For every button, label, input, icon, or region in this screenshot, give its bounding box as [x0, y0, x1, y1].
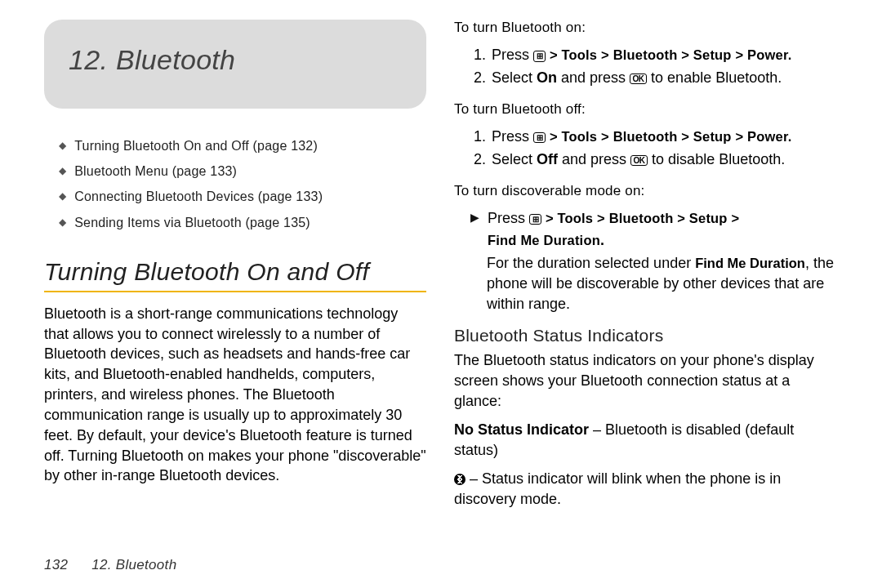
menu-key-icon: ⊞ [533, 132, 546, 144]
toc-list: ◆ Turning Bluetooth On and Off (page 132… [59, 133, 426, 235]
intro-paragraph: Bluetooth is a short-range communication… [44, 304, 426, 486]
running-head: 12. Bluetooth [91, 557, 176, 572]
step-text: to disable Bluetooth. [648, 151, 785, 167]
menu-path: Tools > Bluetooth > Setup > Power. [558, 47, 792, 62]
menu-path: Tools > Bluetooth > Setup > Power. [558, 129, 792, 144]
toc-item-label: Sending Items via Bluetooth (page 135) [74, 210, 310, 235]
toc-item: ◆ Turning Bluetooth On and Off (page 132… [59, 133, 426, 158]
chapter-heading-box: 12. Bluetooth [44, 20, 426, 109]
sub-heading: Bluetooth Status Indicators [454, 326, 836, 345]
sub-intro: The Bluetooth status indicators on your … [454, 350, 836, 411]
arrow-step-content: Press ⊞ > Tools > Bluetooth > Setup > Fi… [488, 207, 739, 252]
menu-key-icon: ⊞ [533, 51, 546, 62]
step-text: and press [557, 69, 630, 86]
lead-text: To turn discoverable mode on: [454, 183, 836, 199]
chapter-title: 12. Bluetooth [69, 44, 235, 75]
step-text: Press [488, 210, 529, 226]
section-heading: Turning Bluetooth On and Off [44, 258, 426, 286]
toc-item: ◆ Connecting Bluetooth Devices (page 133… [59, 184, 426, 209]
option-on: On [537, 69, 557, 86]
lead-text: To turn Bluetooth on: [454, 20, 836, 36]
discoverable-note: For the duration selected under Find Me … [487, 253, 836, 315]
status-text: – Status indicator will blink when the p… [454, 470, 781, 507]
menu-path: Find Me Duration [488, 233, 600, 247]
steps-turn-on: Press ⊞ > Tools > Bluetooth > Setup > Po… [454, 44, 836, 90]
step-item: Select On and press OK to enable Bluetoo… [490, 67, 836, 90]
step-text: Select [492, 69, 537, 86]
status-label: No Status Indicator [454, 421, 589, 438]
menu-path: Tools > Bluetooth > Setup > [554, 211, 740, 225]
period: . [600, 232, 604, 248]
step-text: Select [492, 151, 537, 167]
path-separator: > [550, 47, 558, 62]
bullet-diamond-icon: ◆ [59, 133, 66, 158]
chapter-name: Bluetooth [116, 44, 235, 75]
bullet-diamond-icon: ◆ [59, 184, 66, 208]
triangle-bullet-icon: ▶ [470, 207, 479, 252]
heading-rule [44, 291, 426, 292]
step-text: Press [492, 47, 533, 63]
page-number: 132 [44, 557, 68, 572]
step-text: and press [558, 151, 630, 167]
option-off: Off [537, 151, 558, 167]
page-footer: 132 12. Bluetooth [44, 552, 849, 588]
toc-item: ◆ Bluetooth Menu (page 133) [59, 158, 426, 184]
ok-key-icon: OK [630, 74, 647, 85]
note-text: For the duration selected under [487, 255, 695, 271]
bullet-diamond-icon: ◆ [59, 158, 66, 183]
path-separator: > [550, 129, 558, 144]
step-text: to enable Bluetooth. [647, 69, 782, 86]
chapter-number: 12. [69, 44, 108, 75]
find-me-label: Find Me Duration [695, 256, 805, 270]
toc-item: ◆ Sending Items via Bluetooth (page 135) [59, 210, 426, 235]
steps-turn-off: Press ⊞ > Tools > Bluetooth > Setup > Po… [454, 126, 836, 172]
bluetooth-icon [454, 474, 466, 485]
right-column: To turn Bluetooth on: Press ⊞ > Tools > … [454, 20, 836, 552]
toc-item-label: Connecting Bluetooth Devices (page 133) [74, 184, 323, 209]
two-column-layout: 12. Bluetooth ◆ Turning Bluetooth On and… [44, 20, 849, 552]
step-item: Press ⊞ > Tools > Bluetooth > Setup > Po… [490, 44, 836, 67]
status-indicator-discovery: – Status indicator will blink when the p… [454, 469, 836, 510]
ok-key-icon: OK [630, 155, 648, 167]
left-column: 12. Bluetooth ◆ Turning Bluetooth On and… [44, 20, 426, 552]
toc-item-label: Turning Bluetooth On and Off (page 132) [74, 133, 318, 158]
bullet-diamond-icon: ◆ [59, 210, 66, 234]
step-item: Press ⊞ > Tools > Bluetooth > Setup > Po… [490, 126, 836, 149]
step-text: Press [492, 128, 533, 145]
toc-item-label: Bluetooth Menu (page 133) [74, 158, 237, 184]
step-item: Select Off and press OK to disable Bluet… [490, 149, 836, 172]
path-separator: > [546, 211, 554, 225]
lead-text: To turn Bluetooth off: [454, 101, 836, 118]
page: 12. Bluetooth ◆ Turning Bluetooth On and… [0, 0, 882, 588]
arrow-step: ▶ Press ⊞ > Tools > Bluetooth > Setup > … [470, 207, 836, 252]
menu-key-icon: ⊞ [529, 214, 541, 225]
status-indicator-none: No Status Indicator – Bluetooth is disab… [454, 420, 836, 461]
